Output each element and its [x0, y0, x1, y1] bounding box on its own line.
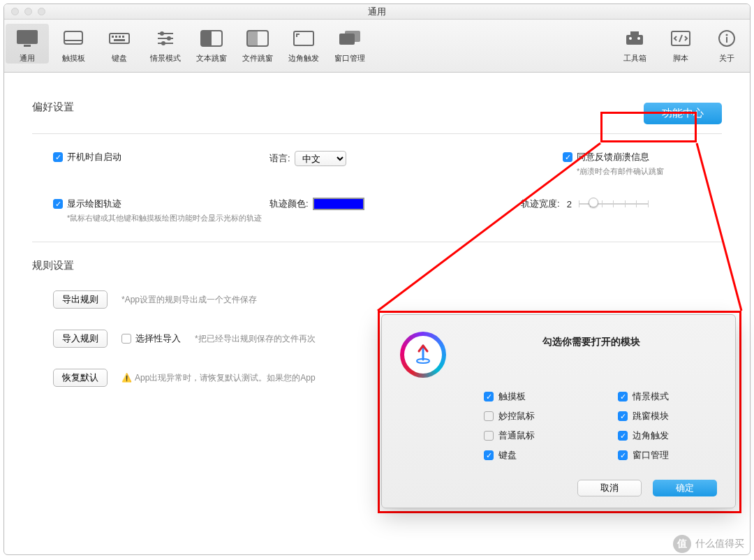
svg-rect-2 — [64, 31, 82, 44]
tab-trackpad[interactable]: 触摸板 — [52, 24, 95, 64]
show-track-hint: *鼠标右键或其他键和触摸板绘图功能时会显示光标的轨迹 — [53, 213, 269, 223]
cancel-button[interactable]: 取消 — [577, 480, 642, 496]
tab-label: 通用 — [20, 53, 35, 64]
divider — [32, 133, 722, 134]
module-popup-checkbox[interactable]: 跳窗模块 — [618, 410, 717, 422]
label: 同意反馈崩溃信息 — [577, 151, 649, 163]
tab-textpop[interactable]: 文本跳窗 — [190, 24, 233, 64]
warning-icon: ⚠️ — [121, 373, 132, 383]
monitor-icon — [13, 27, 41, 50]
code-icon — [667, 27, 695, 50]
svg-point-30 — [726, 34, 728, 36]
svg-rect-6 — [115, 36, 117, 38]
toolbar-left-group: 通用 触摸板 键盘 情景模式 — [4, 24, 373, 64]
label: 开机时自启动 — [67, 151, 121, 163]
tab-label: 关于 — [719, 53, 734, 64]
show-track-checkbox[interactable]: 显示绘图轨迹 — [53, 198, 269, 210]
svg-rect-5 — [112, 36, 114, 38]
svg-rect-17 — [202, 31, 212, 45]
prefs-section-title: 偏好设置 — [32, 101, 74, 114]
label: 选择性导入 — [135, 332, 181, 345]
module-magicmouse-checkbox[interactable]: 妙控鼠标 — [484, 410, 583, 422]
sliders-icon — [151, 27, 179, 50]
import-rules-button[interactable]: 导入规则 — [53, 330, 108, 348]
tab-winmgr[interactable]: 窗口管理 — [328, 24, 371, 64]
svg-rect-1 — [24, 45, 31, 47]
modal-title: 勾选你需要打开的模块 — [466, 332, 717, 348]
svg-rect-4 — [110, 34, 129, 43]
svg-rect-8 — [122, 36, 124, 38]
tab-label: 工具箱 — [623, 53, 646, 64]
tab-corner[interactable]: 边角触发 — [282, 24, 325, 64]
prefs-row-1: 开机时自启动 语言: 中文 同意反馈崩溃信息 *崩溃时会有邮件确认跳窗 — [32, 151, 722, 177]
language-select[interactable]: 中文 — [295, 151, 346, 166]
prefs-row-2: 显示绘图轨迹 *鼠标右键或其他键和触摸板绘图功能时会显示光标的轨迹 轨迹颜色: … — [32, 198, 722, 223]
language-label: 语言: — [269, 152, 290, 165]
tab-scene[interactable]: 情景模式 — [144, 24, 187, 64]
svg-rect-7 — [119, 36, 121, 38]
import-desc: *把已经导出规则保存的文件再次 — [195, 333, 316, 345]
tab-about[interactable]: 关于 — [705, 24, 748, 64]
tab-label: 情景模式 — [150, 53, 181, 64]
svg-line-28 — [679, 35, 682, 42]
checkbox-icon — [53, 152, 63, 162]
svg-point-25 — [637, 37, 640, 40]
keyboard-icon — [105, 27, 133, 50]
checkbox-icon — [121, 334, 131, 344]
module-trackpad-checkbox[interactable]: 触摸板 — [484, 390, 583, 403]
split-light-icon — [244, 27, 272, 50]
checkbox-icon — [563, 152, 572, 162]
export-desc: *App设置的规则导出成一个文件保存 — [121, 294, 257, 306]
svg-point-24 — [629, 37, 632, 40]
svg-point-14 — [168, 37, 170, 40]
tab-label: 触摸板 — [62, 53, 85, 64]
tab-toolbox[interactable]: 工具箱 — [613, 24, 656, 64]
svg-rect-22 — [345, 31, 360, 42]
svg-rect-31 — [726, 37, 727, 43]
export-rule-row: 导出规则 *App设置的规则导出成一个文件保存 — [32, 290, 722, 309]
crash-feedback-checkbox[interactable]: 同意反馈崩溃信息 — [563, 151, 649, 163]
toolbox-icon — [621, 27, 649, 50]
windows-icon — [336, 27, 364, 50]
track-width-value: 2 — [567, 199, 572, 209]
svg-point-13 — [161, 32, 163, 35]
export-rules-button[interactable]: 导出规则 — [53, 290, 108, 309]
ok-button[interactable]: 确定 — [653, 480, 717, 496]
tab-keyboard[interactable]: 键盘 — [98, 24, 141, 64]
tab-filepop[interactable]: 文件跳窗 — [236, 24, 279, 64]
svg-rect-26 — [630, 31, 639, 35]
rules-section-title: 规则设置 — [32, 259, 722, 272]
info-icon — [713, 27, 741, 50]
tab-label: 文件跳窗 — [242, 53, 273, 64]
module-keyboard-checkbox[interactable]: 键盘 — [484, 449, 583, 462]
tab-label: 脚本 — [673, 53, 688, 64]
svg-point-34 — [417, 359, 429, 363]
restore-default-button[interactable]: 恢复默认 — [53, 369, 108, 387]
corner-icon — [290, 27, 318, 50]
label: 显示绘图轨迹 — [67, 198, 121, 210]
module-scene-checkbox[interactable]: 情景模式 — [618, 390, 717, 403]
tab-general[interactable]: 通用 — [6, 24, 49, 64]
watermark-text: 什么值得买 — [695, 538, 744, 550]
titlebar: 通用 — [4, 4, 750, 20]
tab-label: 窗口管理 — [334, 53, 365, 64]
launch-at-login-checkbox[interactable]: 开机时自启动 — [53, 151, 269, 163]
module-corner-checkbox[interactable]: 边角触发 — [618, 429, 717, 442]
tab-script[interactable]: 脚本 — [659, 24, 702, 64]
toolbar: 通用 触摸板 键盘 情景模式 — [4, 20, 750, 73]
watermark-badge-icon: 值 — [673, 535, 691, 553]
feature-center-modal: 勾选你需要打开的模块 触摸板 情景模式 妙控鼠标 跳窗模块 普通鼠标 边角触发 … — [381, 314, 736, 508]
watermark: 值 什么值得买 — [673, 535, 744, 553]
track-width-slider[interactable] — [579, 199, 649, 209]
module-mouse-checkbox[interactable]: 普通鼠标 — [484, 429, 583, 442]
crash-hint: *崩溃时会有邮件确认跳窗 — [577, 166, 664, 177]
trackpad-icon — [59, 27, 87, 50]
selective-import-checkbox[interactable]: 选择性导入 — [121, 332, 181, 345]
tab-label: 键盘 — [112, 53, 127, 64]
toolbar-right-group: 工具箱 脚本 关于 — [612, 24, 750, 64]
feature-center-button[interactable]: 功能中心 — [644, 103, 722, 124]
module-winmgr-checkbox[interactable]: 窗口管理 — [618, 449, 717, 462]
track-color-swatch[interactable] — [313, 198, 364, 210]
split-dark-icon — [198, 27, 226, 50]
restore-desc: ⚠️App出现异常时，请恢复默认测试。如果您的App — [121, 372, 316, 384]
